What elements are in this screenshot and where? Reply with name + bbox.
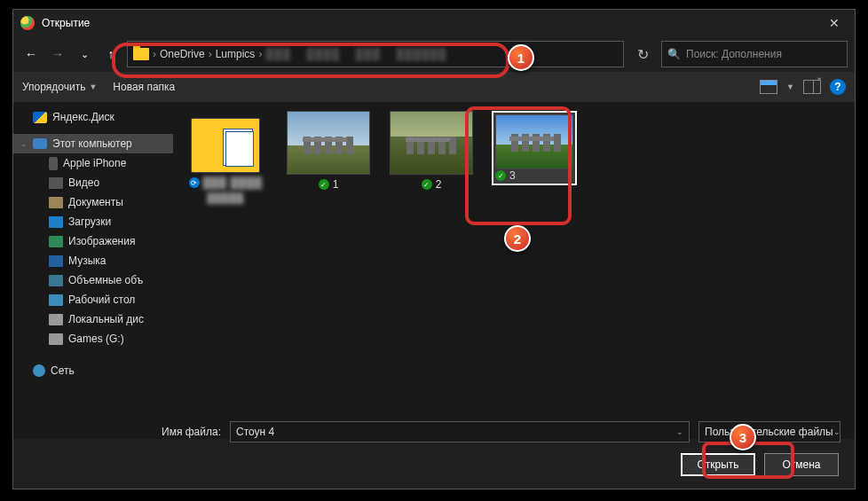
arrow-left-icon: ← bbox=[25, 47, 37, 61]
down-icon bbox=[49, 216, 63, 228]
organize-menu[interactable]: Упорядочить ▼ bbox=[22, 81, 97, 93]
sidebar-item-label: Видео bbox=[68, 176, 99, 189]
sidebar-item[interactable]: Games (G:) bbox=[13, 329, 173, 348]
image-item[interactable]: ✓2 bbox=[388, 111, 475, 191]
obj-icon bbox=[49, 275, 63, 286]
item-name-label: 3 bbox=[509, 169, 516, 182]
filename-value: Стоун 4 bbox=[236, 426, 274, 438]
view-mode-button[interactable] bbox=[760, 80, 777, 94]
phone-icon bbox=[49, 157, 58, 170]
nav-recent-dropdown[interactable]: ⌄ bbox=[74, 43, 95, 65]
breadcrumb-segment[interactable]: Lumpics bbox=[216, 48, 256, 60]
refresh-button[interactable]: ↻ bbox=[629, 41, 656, 67]
chevron-down-icon: ⌄ bbox=[833, 427, 840, 436]
sidebar-item-label: Яндекс.Диск bbox=[52, 111, 114, 123]
item-name-label: ███ ████ bbox=[203, 176, 263, 189]
arrow-right-icon: → bbox=[51, 47, 64, 61]
file-list[interactable]: ⟳███ █████████✓1✓2✓3 bbox=[173, 102, 855, 439]
sidebar-item-label: Рабочий стол bbox=[68, 294, 135, 306]
close-icon: ✕ bbox=[829, 16, 840, 30]
sidebar-item-label: Объемные объ bbox=[68, 274, 143, 286]
sidebar-item[interactable]: Видео bbox=[13, 173, 173, 192]
arrow-up-icon: ↑ bbox=[108, 47, 114, 61]
sync-progress-icon: ⟳ bbox=[189, 177, 200, 188]
nav-sidebar: Яндекс.Диск⌄Этот компьютерApple iPhoneВи… bbox=[13, 102, 173, 439]
item-name-row: ✓2 bbox=[422, 178, 442, 191]
image-item[interactable]: ✓3 bbox=[491, 111, 578, 185]
app-icon bbox=[20, 16, 35, 30]
address-bar[interactable]: › OneDrive › Lumpics › ███ ████ ███ ████… bbox=[127, 41, 624, 67]
sidebar-item[interactable]: Документы bbox=[13, 192, 173, 212]
window-title: Открытие bbox=[42, 17, 90, 29]
sidebar-item[interactable]: Apple iPhone bbox=[13, 153, 173, 173]
filename-input[interactable]: Стоун 4 ⌄ bbox=[230, 421, 690, 442]
chevron-right-icon: › bbox=[209, 48, 212, 60]
sync-ok-icon: ✓ bbox=[495, 170, 506, 181]
nav-back-button[interactable]: ← bbox=[20, 43, 42, 65]
folder-icon bbox=[133, 48, 149, 60]
sidebar-item[interactable]: Объемные объ bbox=[13, 270, 173, 290]
new-folder-button[interactable]: Новая папка bbox=[113, 81, 175, 93]
sidebar-item-label: Музыка bbox=[68, 254, 106, 267]
sidebar-item[interactable]: ⌄Этот компьютер bbox=[13, 134, 173, 153]
titlebar: Открытие ✕ bbox=[13, 10, 855, 36]
chevron-right-icon: › bbox=[258, 48, 262, 60]
preview-pane-button[interactable] bbox=[803, 80, 821, 94]
chevron-right-icon: › bbox=[153, 48, 156, 60]
video-icon bbox=[49, 177, 63, 189]
search-input[interactable]: 🔍 Поиск: Дополнения bbox=[661, 41, 848, 67]
filename-label: Имя файла: bbox=[28, 426, 221, 438]
image-thumbnail bbox=[390, 111, 473, 175]
search-placeholder: Поиск: Дополнения bbox=[686, 48, 782, 60]
image-thumbnail bbox=[495, 114, 573, 169]
folder-thumbnail bbox=[191, 118, 260, 173]
item-name-label: 1 bbox=[333, 178, 339, 191]
sidebar-item-label: Документы bbox=[68, 196, 123, 208]
file-type-filter[interactable]: Пользовательские файлы ⌄ bbox=[698, 421, 840, 442]
sidebar-item[interactable]: Локальный дис bbox=[13, 309, 173, 329]
cancel-button[interactable]: Отмена bbox=[764, 453, 839, 476]
sidebar-item[interactable]: Сеть bbox=[13, 361, 173, 380]
breadcrumb-segment-blurred: ███ ████ ███ ██████ bbox=[265, 48, 446, 60]
folder-item[interactable]: ⟳███ █████████ bbox=[182, 111, 269, 203]
nav-row: ← → ⌄ ↑ › OneDrive › Lumpics › ███ ████ … bbox=[13, 36, 855, 72]
open-button[interactable]: Открыть bbox=[681, 453, 755, 476]
sync-ok-icon: ✓ bbox=[319, 179, 329, 190]
nav-forward-button[interactable]: → bbox=[47, 43, 68, 65]
sidebar-item[interactable]: Яндекс.Диск bbox=[13, 107, 173, 127]
disk-icon bbox=[49, 333, 63, 345]
sidebar-item-label: Локальный дис bbox=[68, 313, 144, 325]
thumbnail-image bbox=[288, 112, 369, 174]
item-name-row: ✓3 bbox=[495, 169, 573, 182]
item-name-row: ✓1 bbox=[319, 178, 339, 191]
chevron-down-icon[interactable]: ▼ bbox=[786, 82, 794, 91]
main-area: Яндекс.Диск⌄Этот компьютерApple iPhoneВи… bbox=[13, 102, 855, 439]
sidebar-item-label: Этот компьютер bbox=[52, 137, 132, 150]
net-icon bbox=[33, 364, 45, 377]
image-item[interactable]: ✓1 bbox=[285, 111, 372, 191]
sidebar-item[interactable]: Изображения bbox=[13, 231, 173, 251]
refresh-icon: ↻ bbox=[637, 46, 649, 63]
chevron-down-icon: ⌄ bbox=[20, 139, 28, 148]
sidebar-item[interactable]: Музыка bbox=[13, 251, 173, 270]
sync-ok-icon: ✓ bbox=[422, 179, 432, 190]
toolbar: Упорядочить ▼ Новая папка ▼ ? bbox=[13, 72, 855, 102]
music-icon bbox=[49, 255, 63, 267]
nav-up-button[interactable]: ↑ bbox=[100, 43, 122, 65]
sidebar-item[interactable]: Загрузки bbox=[13, 212, 173, 231]
pc-icon bbox=[33, 138, 47, 149]
selected-item-frame: ✓3 bbox=[492, 111, 577, 185]
new-folder-label: Новая папка bbox=[113, 81, 175, 93]
img-icon bbox=[49, 236, 63, 247]
item-subtext: █████ bbox=[207, 192, 243, 203]
item-name-row: ⟳███ ████ bbox=[189, 176, 263, 189]
breadcrumb-segment[interactable]: OneDrive bbox=[160, 48, 205, 60]
help-button[interactable]: ? bbox=[830, 79, 846, 95]
filter-value: Пользовательские файлы bbox=[705, 426, 833, 438]
search-icon: 🔍 bbox=[667, 48, 681, 60]
close-button[interactable]: ✕ bbox=[814, 10, 855, 36]
address-dropdown[interactable]: ⌄ bbox=[816, 72, 823, 82]
sidebar-item[interactable]: Рабочий стол bbox=[13, 290, 173, 309]
thumbnail-image bbox=[391, 112, 472, 174]
disk-icon bbox=[49, 314, 63, 325]
